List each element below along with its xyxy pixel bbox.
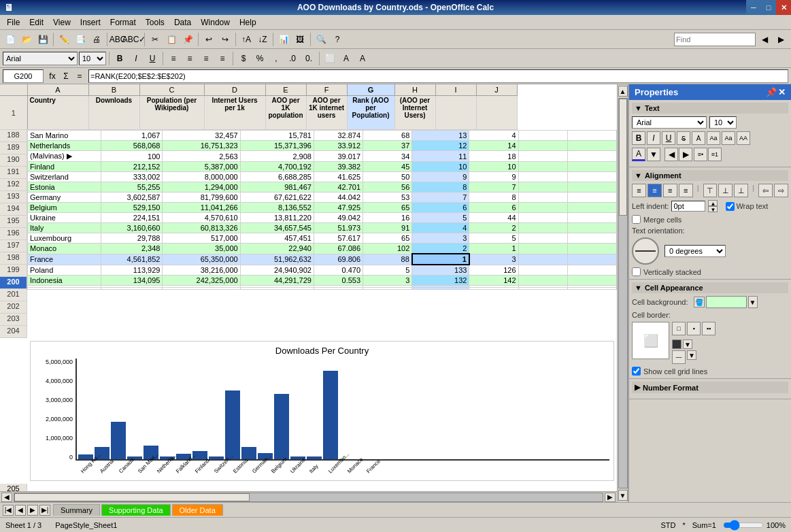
prop-aa2-button[interactable]: Aa <box>722 131 735 145</box>
align-justify-button[interactable]: ≡ <box>215 51 230 66</box>
tab-next-button[interactable]: ▶ <box>27 505 38 516</box>
underline-button[interactable]: U <box>145 51 160 66</box>
copy-button[interactable]: 📋 <box>164 32 179 47</box>
font-size-select[interactable]: 10 <box>79 52 106 65</box>
show-grid-lines-checkbox[interactable] <box>632 367 641 376</box>
chart-bar[interactable] <box>274 394 289 459</box>
prop-valign-mid-button[interactable]: ⊥ <box>718 184 733 197</box>
menu-window[interactable]: Window <box>197 16 234 29</box>
border-color-dropdown-button[interactable]: ▼ <box>683 339 692 349</box>
prop-align-right-button[interactable]: ≡ <box>663 184 677 197</box>
chart-bar[interactable] <box>225 390 240 459</box>
thousands-button[interactable]: , <box>269 51 284 66</box>
cell-a1[interactable]: Country <box>27 96 88 130</box>
orientation-circle[interactable] <box>632 237 659 265</box>
new-button[interactable]: 📄 <box>3 32 18 47</box>
indent-up-button[interactable]: ▲ <box>708 200 718 206</box>
col-header-a[interactable]: A <box>27 84 88 96</box>
col-header-c[interactable]: C <box>139 84 204 96</box>
col-header-b[interactable]: B <box>88 84 139 96</box>
indent-down-button[interactable]: ▼ <box>708 206 718 212</box>
chart-button[interactable]: 📊 <box>276 32 291 47</box>
col-header-i[interactable]: I <box>435 84 476 96</box>
cell-j1[interactable] <box>476 96 517 130</box>
redo-button[interactable]: ↪ <box>218 32 233 47</box>
menu-insert[interactable]: Insert <box>76 16 105 29</box>
merge-cells-checkbox[interactable] <box>632 215 641 224</box>
border-style-button[interactable]: — <box>672 350 686 364</box>
scroll-left-btn[interactable]: ◀ <box>1 493 12 502</box>
undo-button[interactable]: ↩ <box>201 32 216 47</box>
help-button[interactable]: ? <box>330 32 345 47</box>
italic-button[interactable]: I <box>129 51 144 66</box>
bg-color-swatch[interactable] <box>706 296 747 308</box>
cell-c1[interactable]: Population (per Wikipedia) <box>139 96 204 130</box>
fx-icon[interactable]: fx <box>46 70 58 82</box>
horizontal-scrollbar[interactable]: ◀ ▶ <box>0 491 617 502</box>
prop-aa3-button[interactable]: AA <box>737 131 750 145</box>
chart-bar[interactable] <box>323 371 338 459</box>
print-button[interactable]: 🖨 <box>89 32 104 47</box>
col-header-d[interactable]: D <box>204 84 265 96</box>
cell-b1[interactable]: Downloads <box>88 96 139 130</box>
sort-asc-button[interactable]: ↑A <box>239 32 254 47</box>
sort-desc-button[interactable]: ↓Z <box>255 32 270 47</box>
menu-file[interactable]: File <box>3 16 24 29</box>
find-prev-button[interactable]: ◀ <box>757 32 772 47</box>
col-header-f[interactable]: F <box>306 84 347 96</box>
col-header-j[interactable]: J <box>476 84 517 96</box>
chart-bar[interactable] <box>307 456 322 459</box>
auto-correct-button[interactable]: ABC✓ <box>127 32 141 47</box>
prop-rtl-button[interactable]: ⇦ <box>758 184 773 197</box>
equals-icon[interactable]: = <box>73 70 86 82</box>
sheet-tab-older[interactable]: Older Data <box>172 504 223 516</box>
menu-data[interactable]: Data <box>170 16 195 29</box>
prop-font-select[interactable]: Arial <box>632 116 707 129</box>
prop-align-center-button[interactable]: ≡ <box>647 184 662 197</box>
prop-italic-button[interactable]: I <box>647 131 660 145</box>
menu-view[interactable]: View <box>49 16 75 29</box>
cell-reference-input[interactable] <box>3 69 44 83</box>
sheet-tab-supporting[interactable]: Supporting Data <box>101 504 171 516</box>
menu-tools[interactable]: Tools <box>141 16 169 29</box>
prop-close-icon[interactable]: ✕ <box>778 87 786 97</box>
decrease-decimal-button[interactable]: 0. <box>301 51 316 66</box>
border-box-button[interactable]: ▪ <box>687 322 701 335</box>
prop-list-unordered-button[interactable]: ≡• <box>694 148 707 161</box>
percent-button[interactable]: % <box>252 51 267 66</box>
prop-fontsize-select[interactable]: 10 <box>709 116 737 129</box>
border-none-button[interactable]: □ <box>672 322 686 335</box>
col-header-h[interactable]: H <box>394 84 435 96</box>
chart-bar[interactable] <box>111 422 126 459</box>
h-scroll-track[interactable] <box>14 493 603 502</box>
open-button[interactable]: 📂 <box>19 32 34 47</box>
align-center-button[interactable]: ≡ <box>182 51 197 66</box>
bold-button[interactable]: B <box>112 51 127 66</box>
menu-edit[interactable]: Edit <box>25 16 48 29</box>
cut-button[interactable]: ✂ <box>148 32 163 47</box>
vertical-scrollbar[interactable]: ▲ ▼ <box>617 84 628 502</box>
tab-prev-button[interactable]: ◀ <box>15 505 26 516</box>
bg-color-dropdown-button[interactable]: ▼ <box>748 296 758 308</box>
gallery-button[interactable]: 🖼 <box>292 32 307 47</box>
border-preview[interactable]: ⬜ <box>632 322 669 359</box>
v-scroll-track[interactable] <box>618 98 628 488</box>
chart-bar[interactable] <box>209 456 224 459</box>
number-format-header[interactable]: ▶ Number Format <box>632 382 788 393</box>
edit-file-button[interactable]: ✏️ <box>56 32 71 47</box>
cell-i1[interactable] <box>435 96 476 130</box>
alignment-section-header[interactable]: ▼ Alignment <box>632 170 788 181</box>
degrees-select[interactable]: 0 degrees <box>664 245 726 257</box>
align-right-button[interactable]: ≡ <box>199 51 214 66</box>
border-color-swatch[interactable] <box>672 339 681 349</box>
zoom-button[interactable]: 🔍 <box>314 32 329 47</box>
maximize-button[interactable]: □ <box>761 0 776 15</box>
menu-help[interactable]: Help <box>235 16 260 29</box>
prop-aa-button[interactable]: Aa <box>707 131 720 145</box>
cell-appearance-header[interactable]: ▼ Cell Appearance <box>632 282 788 293</box>
prop-indent-less-button[interactable]: ◀ <box>664 148 678 161</box>
minimize-button[interactable]: ─ <box>746 0 761 15</box>
currency-button[interactable]: $ <box>236 51 251 66</box>
h-scroll-thumb[interactable] <box>14 493 250 501</box>
formula-input[interactable]: =RANK(E200;$E$2:$E$202) <box>88 69 788 83</box>
